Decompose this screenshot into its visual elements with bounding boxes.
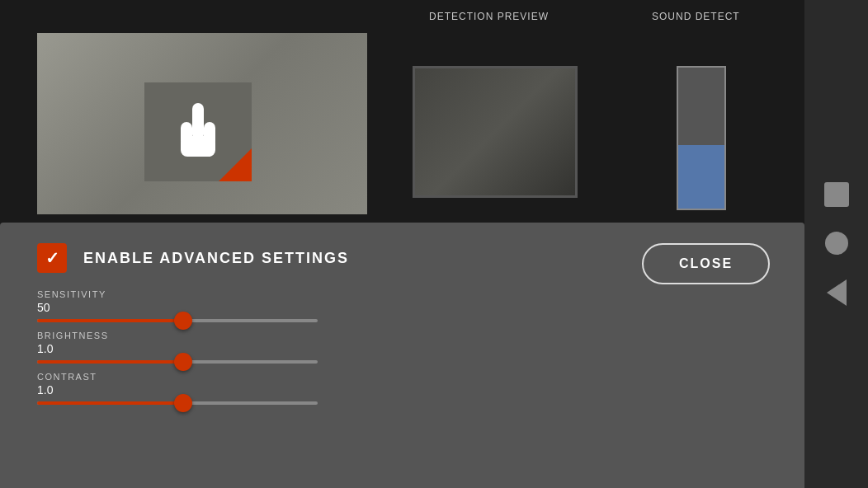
sensitivity-thumb[interactable]	[174, 312, 192, 330]
sensitivity-label: SENSITIVITY	[37, 289, 615, 299]
contrast-label: CONTRAST	[37, 372, 615, 382]
brightness-fill	[37, 360, 183, 364]
settings-content: ✓ ENABLE ADVANCED SETTINGS SENSITIVITY 5…	[37, 231, 615, 413]
close-button[interactable]: CLOSE	[642, 243, 770, 284]
sound-bar-bottom	[678, 145, 724, 209]
contrast-fill	[37, 401, 183, 405]
enable-checkbox[interactable]: ✓	[37, 243, 67, 273]
sound-detect-bar	[677, 66, 726, 210]
touch-icon	[144, 82, 252, 181]
top-area: DETECTION PREVIEW SOUND DETECT	[0, 0, 868, 223]
brightness-section: BRIGHTNESS 1.0	[37, 331, 615, 364]
contrast-section: CONTRAST 1.0	[37, 372, 615, 405]
brightness-label: BRIGHTNESS	[37, 331, 615, 340]
brightness-thumb[interactable]	[174, 353, 192, 371]
back-button[interactable]	[827, 279, 847, 306]
touch-pointer-icon	[169, 99, 227, 165]
square-button[interactable]	[824, 182, 849, 207]
sensitivity-fill	[37, 319, 183, 322]
detection-preview-label: DETECTION PREVIEW	[429, 11, 549, 22]
enable-advanced-label: ENABLE ADVANCED SETTINGS	[83, 250, 349, 267]
contrast-thumb[interactable]	[174, 394, 192, 412]
sound-detect-label: SOUND DETECT	[652, 11, 740, 22]
sensitivity-value: 50	[37, 301, 615, 314]
circle-button[interactable]	[825, 232, 848, 255]
right-controls	[804, 0, 868, 488]
detection-preview	[37, 33, 367, 214]
svg-rect-3	[181, 136, 215, 157]
touch-icon-container	[144, 82, 252, 181]
sensitivity-section: SENSITIVITY 50	[37, 289, 615, 322]
svg-rect-0	[192, 103, 204, 140]
brightness-track[interactable]	[37, 360, 318, 364]
header-labels: DETECTION PREVIEW SOUND DETECT	[0, 0, 868, 33]
brightness-value: 1.0	[37, 342, 615, 355]
enable-row: ✓ ENABLE ADVANCED SETTINGS	[37, 231, 615, 273]
camera-inner	[415, 68, 575, 195]
contrast-track[interactable]	[37, 401, 318, 405]
camera-preview	[413, 66, 578, 198]
checkmark-icon: ✓	[45, 248, 59, 268]
contrast-value: 1.0	[37, 383, 615, 396]
sensitivity-track[interactable]	[37, 319, 318, 322]
detection-inner	[37, 33, 367, 214]
sound-bar-top	[678, 68, 724, 145]
